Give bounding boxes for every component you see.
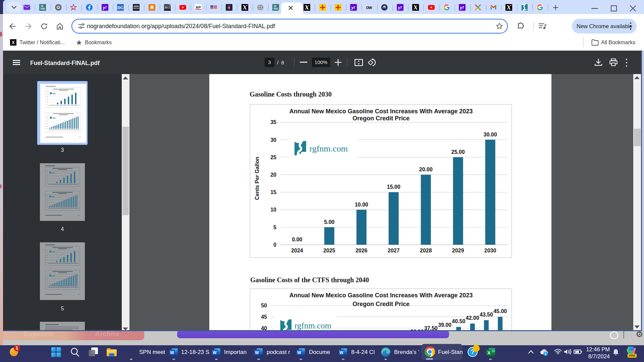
svg-text:VISITOR: VISITOR (133, 8, 140, 9)
svg-text:30: 30 (270, 137, 276, 143)
svg-text:2027: 2027 (388, 248, 400, 253)
svg-text:NM: NM (40, 7, 45, 10)
svg-text:25.00: 25.00 (451, 149, 465, 155)
svg-text:Gasoline Costs of the CTFS thr: Gasoline Costs of the CTFS through 2040 (250, 276, 369, 284)
svg-text:10.00: 10.00 (355, 202, 368, 207)
svg-text:rgfnm.com: rgfnm.com (310, 144, 348, 154)
svg-text:5: 5 (273, 225, 276, 230)
svg-text:25: 25 (270, 155, 276, 160)
svg-text:35: 35 (270, 119, 276, 125)
svg-text:Cents Per Gallon: Cents Per Gallon (254, 157, 260, 200)
svg-text:y!: y! (460, 5, 464, 10)
svg-text:2028: 2028 (420, 248, 432, 253)
svg-text:15.00: 15.00 (387, 184, 400, 190)
svg-text:30.00: 30.00 (484, 132, 497, 137)
svg-text:DENVER: DENVER (133, 5, 140, 7)
svg-text:Oregon Credit Price: Oregon Credit Price (353, 115, 410, 122)
svg-text:Oregon Credit Price: Oregon Credit Price (353, 301, 410, 307)
svg-text:RCI: RCI (165, 6, 170, 9)
svg-text:2030: 2030 (484, 248, 496, 253)
svg-text:W: W (297, 350, 301, 355)
svg-text:X: X (487, 350, 490, 355)
svg-text:W: W (339, 350, 343, 355)
svg-text:5.00: 5.00 (324, 219, 334, 225)
svg-text:45.00: 45.00 (493, 308, 507, 314)
svg-text:Annual New Mexico Gasoline Cos: Annual New Mexico Gasoline Cost Increase… (289, 108, 473, 115)
svg-text:15: 15 (270, 189, 276, 195)
svg-text:2024: 2024 (291, 248, 303, 253)
svg-text:DW: DW (366, 6, 372, 10)
svg-text:Gasoline Costs through 2030: Gasoline Costs through 2030 (250, 90, 332, 98)
svg-text:45: 45 (261, 314, 267, 320)
svg-text:NM: NM (273, 7, 278, 10)
svg-text:y!: y! (397, 5, 402, 10)
svg-text:W: W (170, 350, 174, 355)
svg-text:40.50: 40.50 (452, 318, 465, 324)
svg-text:y!: y! (351, 5, 355, 10)
svg-text:2025: 2025 (323, 248, 335, 253)
svg-text:0: 0 (273, 242, 276, 248)
svg-text:20.00: 20.00 (419, 167, 433, 172)
svg-text:2026: 2026 (356, 248, 368, 253)
svg-text:50: 50 (261, 303, 267, 308)
svg-text:42.00: 42.00 (466, 315, 479, 321)
svg-text:W: W (255, 350, 259, 355)
svg-text:W: W (213, 350, 217, 355)
svg-text:0.00: 0.00 (292, 237, 302, 242)
svg-text:20: 20 (270, 172, 276, 178)
svg-text:2029: 2029 (452, 248, 464, 253)
svg-text:39.00: 39.00 (438, 322, 451, 328)
svg-text:AP: AP (196, 5, 201, 9)
svg-text:y!: y! (102, 5, 107, 10)
svg-text:10: 10 (270, 207, 276, 213)
svg-text:43.50: 43.50 (480, 312, 493, 317)
svg-text:rgfnm.com: rgfnm.com (294, 321, 331, 330)
svg-text:Annual New Mexico Gasoline Cos: Annual New Mexico Gasoline Cost Increase… (289, 292, 473, 299)
svg-text:DG: DG (117, 5, 123, 10)
